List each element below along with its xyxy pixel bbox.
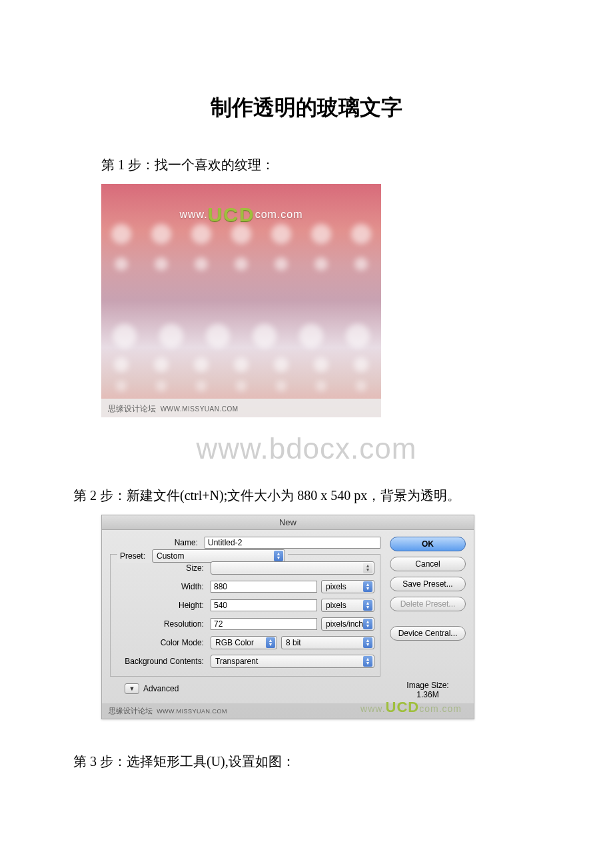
chevron-updown-icon: ▲▼ (363, 581, 372, 592)
page-watermark: www.bdocx.com (73, 432, 540, 465)
chevron-updown-icon: ▲▼ (274, 551, 283, 561)
advanced-toggle[interactable]: ▼ (125, 683, 139, 694)
new-file-dialog: New Name: Preset: Custom ▲▼ Size: (101, 515, 474, 719)
imagesize-label: Image Size: (390, 681, 466, 690)
ucd-prefix: www. (360, 703, 385, 714)
ucd-suffix: com.com (419, 703, 462, 714)
resolution-input[interactable] (211, 618, 317, 630)
texture-credit-url: WWW.MISSYUAN.COM (161, 405, 239, 413)
name-input[interactable] (205, 537, 380, 549)
name-label: Name: (110, 538, 201, 547)
dialog-credit: 思缘设计论坛 WWW.MISSYUAN.COM www.UCDcom.com (102, 703, 474, 719)
resolution-label: Resolution: (116, 619, 207, 629)
colordepth-select[interactable]: 8 bit ▲▼ (281, 636, 374, 649)
bgcontents-select[interactable]: Transparent ▲▼ (211, 655, 374, 668)
width-input[interactable] (211, 581, 317, 593)
ok-button[interactable]: OK (390, 537, 466, 551)
chevron-updown-icon: ▲▼ (363, 619, 372, 629)
step-1-text: 第 1 步：找一个喜欢的纹理： (73, 155, 540, 175)
colormode-label: Color Mode: (116, 638, 207, 647)
delete-preset-button[interactable]: Delete Preset... (390, 597, 466, 611)
watermark-ucd: UCD (208, 203, 255, 225)
page-title: 制作透明的玻璃文字 (73, 93, 540, 123)
resolution-unit-select[interactable]: pixels/inch ▲▼ (321, 617, 374, 631)
width-unit: pixels (326, 582, 346, 591)
preset-select[interactable]: Custom ▲▼ (152, 549, 285, 563)
step-2-text: 第 2 步：新建文件(ctrl+N);文件大小为 880 x 540 px，背景… (73, 485, 540, 505)
texture-image: www.UCDcom.com 思缘设计论坛 WWW.MISSYUAN.COM (101, 184, 381, 417)
colormode-value: RGB Color (215, 638, 254, 647)
ucd-body: UCD (386, 699, 420, 715)
cancel-button[interactable]: Cancel (390, 557, 466, 571)
texture-credit: 思缘设计论坛 WWW.MISSYUAN.COM (101, 399, 381, 417)
chevron-updown-icon: ▲▼ (363, 563, 372, 573)
size-label: Size: (116, 563, 207, 573)
watermark-suffix: com.com (255, 209, 303, 220)
imagesize-value: 1.36M (390, 690, 466, 699)
advanced-label: Advanced (143, 684, 179, 693)
height-unit-select[interactable]: pixels ▲▼ (321, 599, 374, 612)
height-unit: pixels (326, 601, 346, 610)
colormode-select[interactable]: RGB Color ▲▼ (211, 636, 277, 649)
device-central-button[interactable]: Device Central... (390, 626, 466, 641)
bgcontents-label: Background Contents: (116, 657, 207, 666)
width-label: Width: (116, 582, 207, 591)
size-select[interactable]: ▲▼ (211, 561, 374, 575)
step-3-text: 第 3 步：选择矩形工具(U),设置如图： (73, 751, 540, 771)
dialog-credit-cn: 思缘设计论坛 (109, 707, 153, 715)
save-preset-button[interactable]: Save Preset... (390, 577, 466, 591)
dialog-credit-url: WWW.MISSYUAN.COM (157, 708, 227, 715)
height-label: Height: (116, 601, 207, 610)
colordepth-value: 8 bit (286, 638, 301, 647)
preset-label: Preset: (120, 551, 145, 561)
width-unit-select[interactable]: pixels ▲▼ (321, 580, 374, 593)
chevron-updown-icon: ▲▼ (363, 637, 372, 648)
dialog-title: New (102, 515, 474, 530)
chevron-updown-icon: ▲▼ (363, 656, 372, 667)
chevron-updown-icon: ▲▼ (363, 600, 372, 611)
chevron-updown-icon: ▲▼ (266, 637, 275, 648)
height-input[interactable] (211, 599, 317, 611)
texture-watermark: www.UCDcom.com (101, 200, 381, 223)
watermark-prefix: www. (179, 209, 207, 220)
texture-credit-cn: 思缘设计论坛 (108, 404, 156, 413)
preset-value: Custom (157, 551, 184, 561)
resolution-unit: pixels/inch (326, 619, 363, 629)
dialog-ucd-watermark: www.UCDcom.com (360, 699, 462, 716)
bgcontents-value: Transparent (215, 657, 258, 666)
